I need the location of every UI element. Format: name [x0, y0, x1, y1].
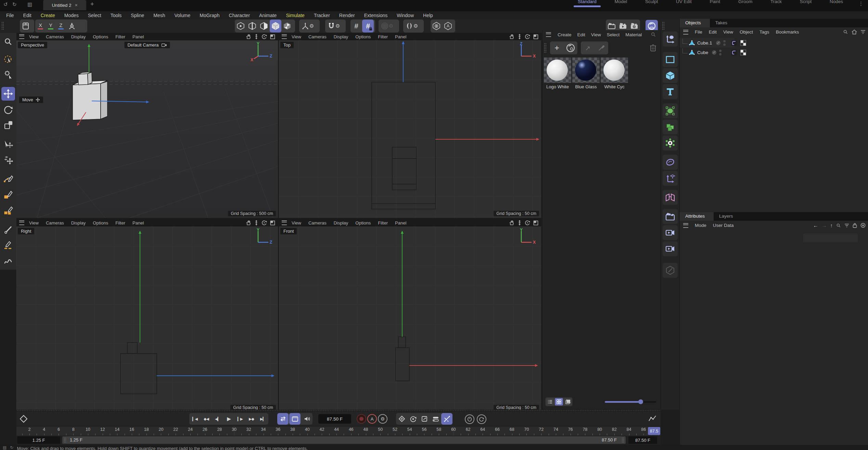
menu-item-select[interactable]: Select [607, 32, 620, 37]
cube-primitive-icon[interactable] [663, 68, 678, 83]
model-pen-icon[interactable] [1, 204, 15, 218]
spline-pen-icon[interactable] [1, 172, 15, 186]
layout-tab-paint[interactable]: Paint [710, 0, 720, 7]
hexagon-target-icon[interactable] [431, 20, 442, 33]
record-mouse-icon[interactable] [465, 414, 474, 424]
tab-layers[interactable]: Layers [714, 212, 742, 221]
pan-hand-icon[interactable] [509, 34, 514, 39]
material-thumbnail[interactable] [544, 57, 571, 83]
menu-item-cameras[interactable]: Cameras [46, 220, 64, 226]
menu-item-panel[interactable]: Panel [132, 34, 144, 39]
cloner-icon[interactable] [663, 136, 678, 151]
symmetry-button[interactable]: ⚙ [403, 20, 424, 33]
tool-settings-icon[interactable] [1, 68, 15, 81]
spline-rectangle-icon[interactable] [663, 52, 678, 67]
dolly-icon[interactable] [254, 220, 258, 226]
menu-item-edit[interactable]: Edit [709, 29, 717, 35]
menu-item-options[interactable]: Options [93, 220, 108, 226]
menubar-character[interactable]: Character [229, 13, 250, 18]
toggle-view-icon[interactable] [533, 220, 538, 226]
orbit-icon[interactable] [525, 220, 530, 226]
layout-tab-uv-edit[interactable]: UV Edit [676, 0, 692, 7]
camera-object-icon-2[interactable] [663, 241, 678, 256]
menu-item-view[interactable]: View [591, 32, 601, 37]
pen-line-icon[interactable] [1, 239, 15, 253]
material-grid-view-icon[interactable] [555, 398, 563, 406]
menu-item-filter[interactable]: Filter [115, 220, 125, 226]
pan-hand-icon[interactable] [509, 220, 514, 226]
layout-tab-track[interactable]: Track [770, 0, 782, 7]
menubar-tracker[interactable]: Tracker [314, 13, 330, 18]
object-row-cube[interactable]: Cube [680, 48, 868, 57]
menu-item-edit[interactable]: Edit [577, 32, 585, 37]
layout-overflow-icon[interactable]: ⋮ [858, 1, 864, 7]
menu-item-display[interactable]: Display [71, 34, 86, 39]
document-tab[interactable]: Untitled 2 × [43, 0, 86, 10]
menu-item-display[interactable]: Display [334, 34, 348, 39]
viewport-label[interactable]: Right [18, 228, 34, 234]
phong-tag-icon[interactable] [731, 50, 737, 55]
viewport-top-canvas[interactable]: Top Grid Spacing : 50 cm ZX [279, 40, 541, 218]
layout-tab-standard[interactable]: Standard [578, 0, 597, 7]
texture-axis-mode-icon[interactable] [281, 20, 293, 33]
phong-tag-icon[interactable] [731, 40, 737, 46]
grid-icon[interactable]: # [350, 20, 362, 33]
transport-prev-key[interactable]: ◆◀ [201, 413, 212, 425]
menu-item-mode[interactable]: Mode [695, 223, 706, 228]
history-icon[interactable]: ▥ [27, 1, 32, 8]
viewport-perspective[interactable]: ViewCamerasDisplayOptionsFilterPanel [16, 33, 278, 218]
menubar-window[interactable]: Window [397, 13, 414, 18]
menu-item-filter[interactable]: Filter [378, 34, 388, 39]
rotate-tool-icon[interactable] [1, 103, 15, 116]
texture-tag-icon[interactable] [740, 40, 746, 46]
fcurve-icon[interactable] [648, 414, 657, 423]
menubar-animate[interactable]: Animate [259, 13, 277, 18]
redo-icon[interactable]: ↻ [12, 1, 17, 8]
key-position-icon[interactable] [396, 413, 407, 425]
viewport-right-canvas[interactable]: Right Grid Spacing : 50 cm YZ [16, 227, 278, 412]
preview-range-icon[interactable] [289, 413, 301, 425]
menu-item-options[interactable]: Options [93, 34, 108, 39]
object-row-cube-1[interactable]: Cube.1 [680, 38, 735, 48]
menu-item-options[interactable]: Options [355, 220, 371, 226]
menu-item-options[interactable]: Options [355, 34, 371, 39]
layout-tab-groom[interactable]: Groom [738, 0, 752, 7]
orbit-icon[interactable] [261, 34, 267, 39]
quantize-grid-icon[interactable]: # [362, 20, 374, 33]
hexagon-auto-icon[interactable]: A [442, 20, 454, 33]
menu-item-panel[interactable]: Panel [132, 220, 144, 226]
attributes-empty-field[interactable] [803, 233, 858, 242]
material-thumbnail[interactable] [572, 57, 600, 83]
transport-prev-frame[interactable]: ◀▎ [212, 413, 223, 425]
key-parameter-icon[interactable] [430, 413, 441, 425]
stage-render-icon[interactable] [663, 209, 678, 224]
polygon-mode-icon[interactable] [258, 20, 270, 33]
material-thumbnail[interactable] [601, 57, 628, 83]
menu-item-panel[interactable]: Panel [395, 220, 406, 226]
toolbar-grip[interactable] [1, 22, 4, 30]
transport-go-end[interactable]: ▶▎ [257, 413, 268, 425]
texture-tag-icon[interactable] [740, 50, 746, 55]
camera-object-icon[interactable] [663, 225, 678, 240]
layout-tab-script[interactable]: Script [800, 0, 812, 7]
pan-hand-icon[interactable] [246, 34, 251, 39]
menubar-volume[interactable]: Volume [175, 13, 191, 18]
menubar-simulate[interactable]: Simulate [286, 13, 304, 18]
viewport-menu-icon[interactable] [19, 34, 24, 39]
visibility-dots[interactable] [719, 50, 722, 55]
menubar-file[interactable]: File [6, 13, 14, 18]
material-blue-glass[interactable]: Blue Glass [572, 57, 600, 89]
menubar-create[interactable]: Create [41, 13, 55, 18]
undo-icon[interactable]: ↺ [3, 1, 8, 8]
menubar-render[interactable]: Render [339, 13, 355, 18]
menu-item-bookmarks[interactable]: Bookmarks [776, 29, 799, 35]
dolly-icon[interactable] [518, 220, 522, 226]
text-spline-icon[interactable] [663, 84, 678, 99]
objects-home-icon[interactable] [852, 29, 857, 35]
range-bar[interactable]: 1.25 F 87.50 F [62, 436, 626, 444]
set-keyframe-icon[interactable] [19, 414, 28, 423]
viewport-menu-icon[interactable] [19, 220, 24, 225]
timeline-ruler[interactable]: 2468101214161820222426283032343638404244… [16, 426, 661, 436]
deformer-icon[interactable] [663, 155, 678, 170]
material-search-icon[interactable] [651, 32, 656, 37]
